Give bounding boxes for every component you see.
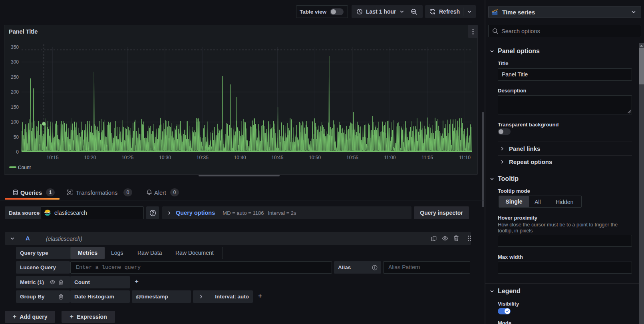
svg-text:300: 300	[11, 59, 19, 65]
svg-text:11:05: 11:05	[421, 155, 433, 160]
svg-text:50: 50	[14, 134, 19, 140]
svg-text:11:00: 11:00	[384, 155, 396, 160]
svg-text:100: 100	[11, 119, 19, 125]
svg-text:10:50: 10:50	[309, 155, 321, 160]
svg-text:250: 250	[11, 74, 19, 80]
svg-text:11:10: 11:10	[459, 155, 471, 160]
svg-text:10:40: 10:40	[234, 155, 246, 160]
svg-text:Count: Count	[18, 165, 31, 170]
svg-text:10:55: 10:55	[346, 155, 358, 160]
svg-text:350: 350	[11, 44, 19, 50]
svg-text:200: 200	[11, 89, 19, 95]
svg-text:10:15: 10:15	[47, 155, 59, 160]
svg-text:10:45: 10:45	[271, 155, 283, 160]
svg-text:150: 150	[11, 104, 19, 110]
svg-text:10:20: 10:20	[84, 155, 96, 160]
svg-text:0: 0	[16, 149, 19, 155]
svg-text:10:30: 10:30	[159, 155, 171, 160]
svg-text:10:25: 10:25	[121, 155, 133, 160]
svg-text:10:35: 10:35	[197, 155, 209, 160]
